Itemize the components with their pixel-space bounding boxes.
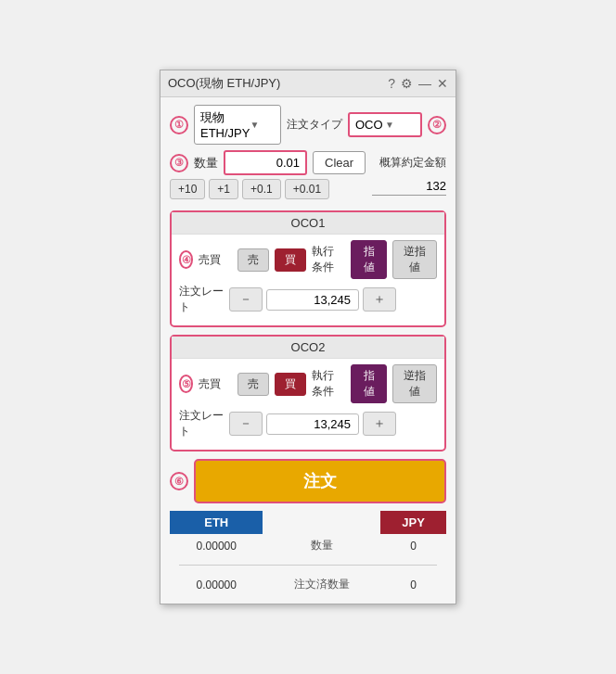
- order-type-dropdown-arrow: ▼: [385, 120, 415, 130]
- circle-1: ①: [170, 116, 188, 134]
- oco1-buy-button[interactable]: 買: [275, 248, 306, 272]
- market-select[interactable]: 現物 ETH/JPY ▼: [194, 105, 281, 145]
- settings-icon[interactable]: ⚙: [401, 76, 413, 91]
- close-icon[interactable]: ✕: [437, 76, 448, 91]
- qty-row: ③ 数量 Clear 概算約定金額: [170, 150, 446, 175]
- increment-row: +10 +1 +0.1 +0.01: [170, 179, 329, 199]
- oco2-minus-button[interactable]: －: [229, 412, 263, 436]
- inc-001-button[interactable]: +0.01: [285, 179, 329, 199]
- order-type-label: 注文タイプ: [287, 117, 342, 133]
- oco2-header: OCO2: [172, 337, 444, 359]
- oco2-limit-button[interactable]: 指値: [351, 364, 387, 403]
- oco2-stop-button[interactable]: 逆指値: [392, 364, 437, 403]
- balance-row: 0.00000 注文済数量 0: [170, 573, 446, 596]
- oco2-rate-label: 注文レート: [179, 408, 225, 439]
- minimize-icon[interactable]: —: [418, 76, 431, 91]
- circle-2: ②: [428, 116, 446, 134]
- oco1-exec-label: 執行条件: [312, 244, 345, 275]
- estimated-value: 132: [372, 179, 446, 196]
- oco1-body: ④ 売買 売 買 執行条件 指値 逆指値 注文レート － ＋: [172, 235, 444, 325]
- estimated-label: 概算約定金額: [379, 155, 446, 171]
- oco1-rate-input[interactable]: [266, 289, 359, 311]
- help-icon[interactable]: ?: [388, 76, 395, 91]
- balance-eth-value: 0.00000: [170, 573, 263, 596]
- order-type-select[interactable]: OCO ▼: [348, 112, 422, 137]
- oco1-header: OCO1: [172, 212, 444, 235]
- clear-button[interactable]: Clear: [313, 151, 366, 174]
- balance-table: ETH JPY 0.00000 数量 0 0.00000 注文済数量 0: [170, 511, 446, 596]
- oco1-buy-sell-label: 売買: [199, 252, 232, 268]
- order-type-value: OCO: [355, 118, 385, 132]
- oco1-side-row: ④ 売買 売 買 執行条件 指値 逆指値: [179, 240, 437, 279]
- oco2-side-row: ⑤ 売買 売 買 執行条件 指値 逆指値: [179, 364, 437, 403]
- circle-5: ⑤: [179, 375, 193, 393]
- oco2-rate-input[interactable]: [266, 413, 359, 435]
- jpy-header: JPY: [380, 511, 446, 534]
- oco1-rate-label: 注文レート: [179, 284, 225, 315]
- oco-window: OCO(現物 ETH/JPY) ? ⚙ — ✕ ① 現物 ETH/JPY ▼ 注…: [160, 70, 456, 604]
- oco1-limit-button[interactable]: 指値: [351, 240, 387, 279]
- order-button[interactable]: 注文: [194, 459, 446, 503]
- oco2-section: OCO2 ⑤ 売買 売 買 執行条件 指値 逆指値 注文レート － ＋: [170, 335, 446, 451]
- oco2-exec-label: 執行条件: [312, 368, 345, 400]
- inc-10-button[interactable]: +10: [170, 179, 205, 199]
- oco1-minus-button[interactable]: －: [229, 287, 263, 312]
- title-bar-controls: ? ⚙ — ✕: [388, 76, 448, 91]
- market-dropdown-arrow: ▼: [250, 120, 275, 130]
- oco1-sell-button[interactable]: 売: [237, 248, 269, 272]
- balance-row: 0.00000 数量 0: [170, 534, 446, 557]
- oco1-stop-button[interactable]: 逆指値: [392, 240, 437, 279]
- circle-3: ③: [170, 154, 188, 172]
- oco2-rate-row: 注文レート － ＋: [179, 408, 437, 439]
- circle-4: ④: [179, 250, 193, 269]
- oco2-buy-button[interactable]: 買: [275, 373, 306, 396]
- window-title: OCO(現物 ETH/JPY): [168, 75, 280, 92]
- inc-1-button[interactable]: +1: [209, 179, 238, 199]
- qty-input[interactable]: [224, 150, 307, 175]
- oco1-section: OCO1 ④ 売買 売 買 執行条件 指値 逆指値 注文レート － ＋: [170, 210, 446, 327]
- balance-jpy-value: 0: [380, 573, 446, 596]
- qty-label: 数量: [194, 155, 218, 172]
- eth-header: ETH: [170, 511, 263, 534]
- balance-row-label: 数量: [263, 534, 380, 557]
- balance-row-label: 注文済数量: [263, 573, 380, 596]
- oco2-sell-button[interactable]: 売: [237, 373, 269, 396]
- oco2-buy-sell-label: 売買: [199, 376, 232, 392]
- market-value: 現物 ETH/JPY: [200, 109, 250, 140]
- oco1-plus-button[interactable]: ＋: [363, 287, 396, 312]
- circle-6: ⑥: [170, 472, 188, 490]
- balance-jpy-value: 0: [380, 534, 446, 557]
- oco2-plus-button[interactable]: ＋: [363, 412, 396, 436]
- inc-01-button[interactable]: +0.1: [242, 179, 281, 199]
- form-content: ① 現物 ETH/JPY ▼ 注文タイプ OCO ▼ ② ③ 数量 Clear …: [160, 97, 456, 604]
- oco2-body: ⑤ 売買 売 買 執行条件 指値 逆指値 注文レート － ＋: [172, 359, 444, 450]
- market-order-row: ① 現物 ETH/JPY ▼ 注文タイプ OCO ▼ ②: [170, 105, 446, 145]
- oco1-rate-row: 注文レート － ＋: [179, 284, 437, 315]
- balance-eth-value: 0.00000: [170, 534, 263, 557]
- title-bar: OCO(現物 ETH/JPY) ? ⚙ — ✕: [160, 70, 456, 97]
